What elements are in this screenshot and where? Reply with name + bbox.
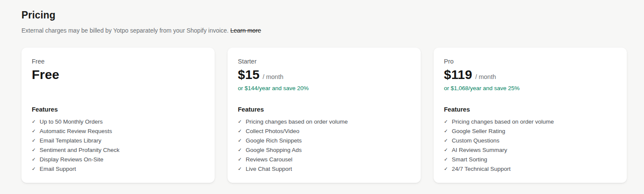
price-row: Free xyxy=(32,67,204,82)
feature-text: Email Templates Library xyxy=(39,138,101,144)
feature-text: Pricing changes based on order volume xyxy=(246,119,348,125)
feature-text: Reviews Carousel xyxy=(246,157,292,163)
plan-price: Free xyxy=(32,67,59,82)
check-icon: ✓ xyxy=(32,119,36,124)
feature-text: Custom Questions xyxy=(452,138,499,144)
check-icon: ✓ xyxy=(444,166,448,172)
feature-item: ✓Display Reviews On-Site xyxy=(32,157,204,163)
feature-text: Google Shopping Ads xyxy=(246,147,302,153)
feature-item: ✓Up to 50 Monthly Orders xyxy=(32,119,204,125)
check-icon: ✓ xyxy=(238,128,242,134)
annual-savings-note xyxy=(32,85,204,92)
feature-item: ✓Email Support xyxy=(32,166,204,172)
features-heading: Features xyxy=(444,106,617,113)
features-heading: Features xyxy=(32,106,204,113)
pricing-page: Pricing External charges may be billed b… xyxy=(0,0,644,194)
feature-item: ✓Smart Sorting xyxy=(444,157,617,163)
plan-header: Free Free xyxy=(32,58,204,106)
annual-savings-note: or $144/year and save 20% xyxy=(238,85,410,92)
check-icon: ✓ xyxy=(238,166,242,172)
features-list: ✓Up to 50 Monthly Orders ✓Automatic Revi… xyxy=(32,119,204,172)
plan-period: / month xyxy=(475,73,496,80)
features-heading: Features xyxy=(238,106,410,113)
feature-text: Collect Photos/Video xyxy=(246,128,299,134)
feature-text: 24/7 Technical Support xyxy=(452,166,510,172)
feature-item: ✓Live Chat Support xyxy=(238,166,410,172)
check-icon: ✓ xyxy=(444,147,448,153)
learn-more-link[interactable]: Learn more xyxy=(231,27,261,34)
feature-text: Pricing changes based on order volume xyxy=(452,119,554,125)
plan-name: Pro xyxy=(444,58,617,65)
price-row: $15 / month xyxy=(238,67,410,82)
check-icon: ✓ xyxy=(444,128,448,134)
check-icon: ✓ xyxy=(32,138,36,143)
feature-text: Live Chat Support xyxy=(246,166,292,172)
feature-item: ✓Pricing changes based on order volume xyxy=(238,119,410,125)
feature-text: Automatic Review Requests xyxy=(39,128,112,134)
feature-item: ✓Email Templates Library xyxy=(32,138,204,144)
price-row: $119 / month xyxy=(444,67,617,82)
feature-item: ✓AI Reviews Summary xyxy=(444,147,617,153)
feature-item: ✓Collect Photos/Video xyxy=(238,128,410,134)
check-icon: ✓ xyxy=(238,119,242,124)
features-list: ✓Pricing changes based on order volume ✓… xyxy=(238,119,410,172)
feature-item: ✓Reviews Carousel xyxy=(238,157,410,163)
feature-item: ✓Pricing changes based on order volume xyxy=(444,119,617,125)
plan-header: Starter $15 / month or $144/year and sav… xyxy=(238,58,410,106)
feature-item: ✓Sentiment and Profanity Check xyxy=(32,147,204,153)
feature-text: Email Support xyxy=(39,166,76,172)
feature-item: ✓24/7 Technical Support xyxy=(444,166,617,172)
plan-period: / month xyxy=(263,73,283,80)
feature-text: Display Reviews On-Site xyxy=(39,157,103,163)
plan-card-pro: Pro $119 / month or $1,068/year and save… xyxy=(434,48,627,183)
plan-price: $119 xyxy=(444,67,472,82)
plan-price: $15 xyxy=(238,67,260,82)
feature-item: ✓Custom Questions xyxy=(444,138,617,144)
feature-item: ✓Google Shopping Ads xyxy=(238,147,410,153)
feature-text: Smart Sorting xyxy=(452,157,487,163)
plan-cards-row: Free Free Features ✓Up to 50 Monthly Ord… xyxy=(21,48,627,183)
feature-text: Google Rich Snippets xyxy=(246,138,302,144)
subtitle-text: External charges may be billed by Yotpo … xyxy=(21,27,229,34)
check-icon: ✓ xyxy=(444,138,448,143)
plan-name: Starter xyxy=(238,58,410,65)
check-icon: ✓ xyxy=(32,128,36,134)
features-list: ✓Pricing changes based on order volume ✓… xyxy=(444,119,617,172)
check-icon: ✓ xyxy=(444,119,448,124)
plan-card-free: Free Free Features ✓Up to 50 Monthly Ord… xyxy=(21,48,215,183)
plan-header: Pro $119 / month or $1,068/year and save… xyxy=(444,58,617,106)
check-icon: ✓ xyxy=(32,157,36,162)
feature-text: Sentiment and Profanity Check xyxy=(39,147,119,153)
feature-item: ✓Google Rich Snippets xyxy=(238,138,410,144)
feature-item: ✓Automatic Review Requests xyxy=(32,128,204,134)
page-title: Pricing xyxy=(21,9,627,21)
check-icon: ✓ xyxy=(238,157,242,162)
plan-card-starter: Starter $15 / month or $144/year and sav… xyxy=(228,48,421,183)
check-icon: ✓ xyxy=(32,166,36,172)
check-icon: ✓ xyxy=(238,147,242,153)
feature-text: AI Reviews Summary xyxy=(452,147,507,153)
annual-savings-note: or $1,068/year and save 25% xyxy=(444,85,617,92)
feature-text: Google Seller Rating xyxy=(452,128,505,134)
plan-name: Free xyxy=(32,58,204,65)
feature-text: Up to 50 Monthly Orders xyxy=(39,119,103,125)
feature-item: ✓Google Seller Rating xyxy=(444,128,617,134)
subtitle: External charges may be billed by Yotpo … xyxy=(21,27,627,34)
check-icon: ✓ xyxy=(238,138,242,143)
check-icon: ✓ xyxy=(32,147,36,153)
check-icon: ✓ xyxy=(444,157,448,162)
